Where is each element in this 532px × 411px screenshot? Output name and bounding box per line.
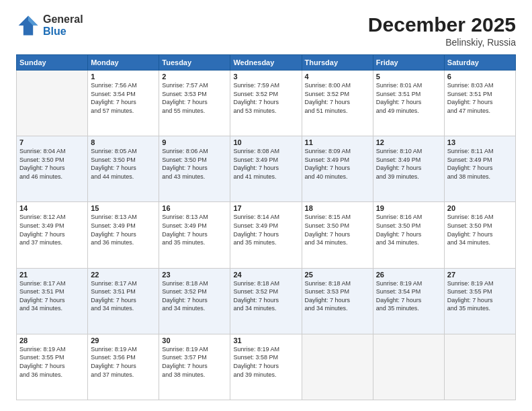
sunrise-text: Sunrise: 8:17 AM (19, 280, 66, 287)
title-block: December 2025 Belinskiy, Russia (368, 13, 516, 48)
table-cell (302, 334, 373, 400)
cell-content: 2Sunrise: 7:57 AMSunset: 3:53 PMDaylight… (162, 73, 227, 115)
cell-info: Sunrise: 7:59 AMSunset: 3:52 PMDaylight:… (233, 81, 298, 115)
sunrise-text: Sunrise: 8:13 AM (162, 214, 208, 220)
logo-general-text: General (43, 13, 83, 26)
day-number: 26 (376, 271, 441, 279)
sunrise-text: Sunrise: 8:18 AM (233, 280, 279, 287)
header-wednesday: Wednesday (230, 55, 302, 71)
daylight-text: and 34 minutes. (91, 305, 134, 312)
cell-info: Sunrise: 8:12 AMSunset: 3:49 PMDaylight:… (19, 213, 85, 246)
daylight-text: and 34 minutes. (447, 239, 490, 246)
sunrise-text: Sunrise: 8:13 AM (91, 214, 137, 220)
daylight-text: Daylight: 7 hours (162, 165, 208, 171)
table-cell (444, 334, 515, 400)
cell-info: Sunrise: 8:19 AMSunset: 3:56 PMDaylight:… (91, 345, 156, 379)
table-cell: 28Sunrise: 8:19 AMSunset: 3:55 PMDayligh… (17, 334, 88, 400)
daylight-text: Daylight: 7 hours (233, 297, 279, 304)
daylight-text: Daylight: 7 hours (162, 297, 208, 304)
sunrise-text: Sunrise: 8:17 AM (91, 280, 137, 287)
daylight-text: and 39 minutes. (233, 371, 276, 378)
day-number: 1 (91, 73, 156, 81)
daylight-text: and 34 minutes. (233, 305, 276, 312)
cell-info: Sunrise: 8:13 AMSunset: 3:49 PMDaylight:… (162, 213, 227, 246)
day-number: 16 (162, 204, 227, 212)
cell-content: 11Sunrise: 8:09 AMSunset: 3:49 PMDayligh… (305, 138, 370, 181)
sunrise-text: Sunrise: 8:11 AM (447, 148, 494, 154)
daylight-text: and 46 minutes. (19, 173, 62, 180)
cell-content: 16Sunrise: 8:13 AMSunset: 3:49 PMDayligh… (162, 204, 227, 246)
sunrise-text: Sunrise: 7:59 AM (233, 82, 279, 89)
cell-info: Sunrise: 8:19 AMSunset: 3:55 PMDaylight:… (19, 345, 85, 379)
cell-info: Sunrise: 8:19 AMSunset: 3:55 PMDaylight:… (447, 279, 513, 313)
table-cell: 25Sunrise: 8:18 AMSunset: 3:53 PMDayligh… (302, 268, 373, 334)
table-cell: 23Sunrise: 8:18 AMSunset: 3:52 PMDayligh… (159, 268, 230, 334)
cell-content: 4Sunrise: 8:00 AMSunset: 3:52 PMDaylight… (305, 73, 370, 115)
table-cell: 10Sunrise: 8:08 AMSunset: 3:49 PMDayligh… (230, 136, 302, 202)
calendar-week-1: 1Sunrise: 7:56 AMSunset: 3:54 PMDaylight… (17, 71, 516, 136)
sunset-text: Sunset: 3:54 PM (91, 91, 136, 97)
day-number: 15 (91, 204, 156, 212)
daylight-text: and 55 minutes. (162, 107, 205, 114)
header-sunday: Sunday (17, 55, 88, 71)
daylight-text: Daylight: 7 hours (447, 165, 493, 171)
sunrise-text: Sunrise: 8:04 AM (19, 148, 66, 154)
day-number: 30 (162, 336, 227, 345)
sunrise-text: Sunrise: 8:19 AM (447, 280, 494, 287)
sunset-text: Sunset: 3:53 PM (305, 288, 350, 295)
table-cell: 1Sunrise: 7:56 AMSunset: 3:54 PMDaylight… (88, 71, 159, 136)
sunset-text: Sunset: 3:51 PM (19, 288, 64, 295)
daylight-text: Daylight: 7 hours (91, 363, 136, 369)
day-number: 7 (19, 138, 85, 146)
cell-info: Sunrise: 8:19 AMSunset: 3:58 PMDaylight:… (233, 345, 298, 379)
sunset-text: Sunset: 3:49 PM (376, 156, 421, 163)
daylight-text: and 34 minutes. (162, 305, 205, 312)
daylight-text: Daylight: 7 hours (19, 363, 65, 369)
cell-content: 8Sunrise: 8:05 AMSunset: 3:50 PMDaylight… (91, 138, 156, 181)
daylight-text: Daylight: 7 hours (376, 297, 422, 304)
daylight-text: Daylight: 7 hours (376, 165, 422, 171)
daylight-text: and 57 minutes. (91, 107, 134, 114)
sunrise-text: Sunrise: 8:19 AM (233, 346, 279, 353)
sunrise-text: Sunrise: 8:10 AM (376, 148, 423, 154)
cell-content: 25Sunrise: 8:18 AMSunset: 3:53 PMDayligh… (305, 271, 370, 313)
day-number: 4 (305, 73, 370, 81)
sunrise-text: Sunrise: 8:05 AM (91, 148, 137, 154)
day-number: 12 (376, 138, 441, 146)
table-cell: 14Sunrise: 8:12 AMSunset: 3:49 PMDayligh… (17, 202, 88, 268)
sunset-text: Sunset: 3:52 PM (162, 288, 207, 295)
daylight-text: Daylight: 7 hours (447, 231, 493, 238)
sunrise-text: Sunrise: 8:19 AM (91, 346, 137, 353)
sunrise-text: Sunrise: 8:01 AM (376, 82, 423, 89)
sunset-text: Sunset: 3:55 PM (19, 354, 64, 361)
sunset-text: Sunset: 3:52 PM (305, 91, 350, 97)
sunrise-text: Sunrise: 7:56 AM (91, 82, 137, 89)
day-number: 31 (233, 336, 298, 345)
cell-content: 18Sunrise: 8:15 AMSunset: 3:50 PMDayligh… (305, 204, 370, 246)
table-cell: 13Sunrise: 8:11 AMSunset: 3:49 PMDayligh… (444, 136, 515, 202)
daylight-text: and 47 minutes. (447, 107, 490, 114)
day-number: 10 (233, 138, 298, 146)
sunset-text: Sunset: 3:58 PM (233, 354, 278, 361)
cell-info: Sunrise: 8:19 AMSunset: 3:57 PMDaylight:… (162, 345, 227, 379)
sunrise-text: Sunrise: 8:18 AM (305, 280, 351, 287)
cell-content: 24Sunrise: 8:18 AMSunset: 3:52 PMDayligh… (233, 271, 298, 313)
calendar-week-2: 7Sunrise: 8:04 AMSunset: 3:50 PMDaylight… (17, 136, 516, 202)
cell-content: 3Sunrise: 7:59 AMSunset: 3:52 PMDaylight… (233, 73, 298, 115)
daylight-text: Daylight: 7 hours (233, 165, 279, 171)
sunset-text: Sunset: 3:49 PM (447, 156, 492, 163)
calendar-week-5: 28Sunrise: 8:19 AMSunset: 3:55 PMDayligh… (17, 334, 516, 400)
calendar-week-3: 14Sunrise: 8:12 AMSunset: 3:49 PMDayligh… (17, 202, 516, 268)
table-cell: 11Sunrise: 8:09 AMSunset: 3:49 PMDayligh… (302, 136, 373, 202)
daylight-text: Daylight: 7 hours (162, 99, 208, 105)
daylight-text: Daylight: 7 hours (91, 99, 136, 105)
table-cell: 6Sunrise: 8:03 AMSunset: 3:51 PMDaylight… (444, 71, 515, 136)
daylight-text: and 39 minutes. (376, 173, 419, 180)
day-number: 6 (447, 73, 513, 81)
cell-info: Sunrise: 7:56 AMSunset: 3:54 PMDaylight:… (91, 81, 156, 115)
cell-info: Sunrise: 8:08 AMSunset: 3:49 PMDaylight:… (233, 147, 298, 181)
table-cell: 16Sunrise: 8:13 AMSunset: 3:49 PMDayligh… (159, 202, 230, 268)
daylight-text: Daylight: 7 hours (162, 231, 208, 238)
cell-info: Sunrise: 8:15 AMSunset: 3:50 PMDaylight:… (305, 213, 370, 246)
sunset-text: Sunset: 3:50 PM (19, 156, 64, 163)
